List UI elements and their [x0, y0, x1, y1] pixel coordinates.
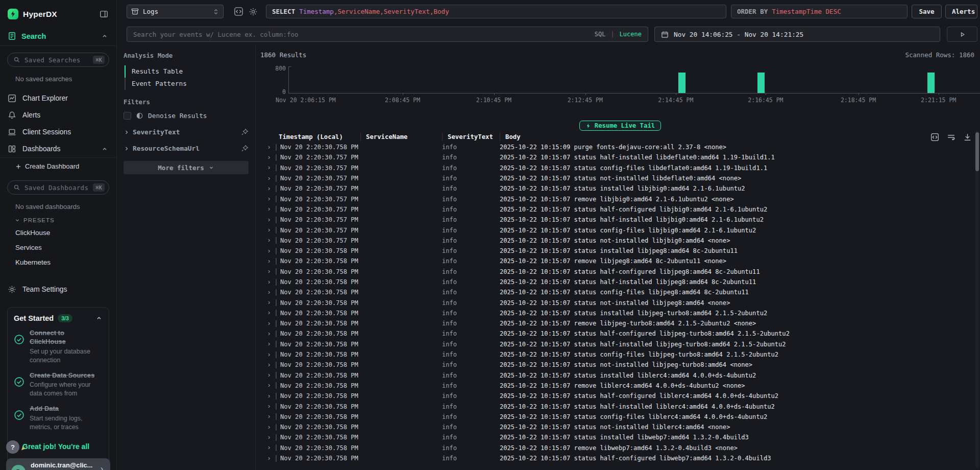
row-expand-icon[interactable]	[266, 281, 270, 284]
row-expand-icon[interactable]	[266, 415, 270, 418]
table-row[interactable]: Nov 20 2:20:30.758 PM info 2025-10-22 10…	[260, 246, 980, 256]
table-row[interactable]: Nov 20 2:20:30.758 PM info 2025-10-22 10…	[260, 463, 980, 465]
more-filters-button[interactable]: More filters	[124, 161, 249, 174]
sidebar-item-search[interactable]: Search	[0, 19, 116, 45]
table-row[interactable]: Nov 20 2:20:30.758 PM info 2025-10-22 10…	[260, 277, 980, 287]
table-row[interactable]: Nov 20 2:20:30.758 PM info 2025-10-22 10…	[260, 267, 980, 277]
row-expand-icon[interactable]	[266, 322, 270, 325]
row-expand-icon[interactable]	[266, 312, 270, 314]
row-expand-icon[interactable]	[266, 229, 270, 231]
table-row[interactable]: Nov 20 2:20:30.757 PM info 2025-10-22 10…	[260, 236, 980, 246]
table-row[interactable]: Nov 20 2:20:30.758 PM info 2025-10-22 10…	[260, 339, 980, 349]
search-input[interactable]	[133, 31, 590, 38]
row-expand-icon[interactable]	[266, 156, 270, 159]
table-row[interactable]: Nov 20 2:20:30.758 PM info 2025-10-22 10…	[260, 142, 980, 152]
sidebar-collapse-button[interactable]	[99, 9, 109, 19]
table-row[interactable]: Nov 20 2:20:30.758 PM info 2025-10-22 10…	[260, 443, 980, 453]
table-row[interactable]: Nov 20 2:20:30.757 PM info 2025-10-22 10…	[260, 194, 980, 204]
get-started-task[interactable]: Connect to ClickHouse Set up your databa…	[14, 329, 103, 365]
wrap-lines-button[interactable]	[946, 132, 957, 143]
order-by-input[interactable]: ORDER BY TimestampTime DESC	[731, 5, 908, 18]
table-row[interactable]: Nov 20 2:20:30.758 PM info 2025-10-22 10…	[260, 256, 980, 266]
row-expand-icon[interactable]	[266, 457, 270, 460]
table-row[interactable]: Nov 20 2:20:30.758 PM info 2025-10-22 10…	[260, 391, 980, 401]
row-expand-icon[interactable]	[266, 219, 270, 221]
table-row[interactable]: Nov 20 2:20:30.758 PM info 2025-10-22 10…	[260, 381, 980, 391]
table-row[interactable]: Nov 20 2:20:30.758 PM info 2025-10-22 10…	[260, 328, 980, 339]
row-expand-icon[interactable]	[266, 187, 270, 190]
row-expand-icon[interactable]	[266, 167, 270, 169]
time-range-picker[interactable]: Nov 20 14:06:25 - Nov 20 14:21:25	[654, 27, 940, 42]
help-button[interactable]: ?	[6, 440, 19, 454]
row-expand-icon[interactable]	[266, 364, 270, 366]
source-settings-button[interactable]	[248, 6, 259, 17]
scrollbar-thumb[interactable]	[975, 132, 979, 171]
row-expand-icon[interactable]	[266, 291, 270, 294]
row-expand-icon[interactable]	[266, 343, 270, 345]
row-expand-icon[interactable]	[266, 405, 270, 408]
row-expand-icon[interactable]	[266, 146, 270, 149]
table-row[interactable]: Nov 20 2:20:30.758 PM info 2025-10-22 10…	[260, 349, 980, 360]
table-row[interactable]: Nov 20 2:20:30.758 PM info 2025-10-22 10…	[260, 370, 980, 381]
sidebar-item-chart-explorer[interactable]: Chart Explorer	[0, 90, 116, 107]
row-expand-icon[interactable]	[266, 447, 270, 449]
presets-toggle[interactable]: PRESETS	[0, 210, 116, 225]
table-row[interactable]: Nov 20 2:20:30.757 PM info 2025-10-22 10…	[260, 152, 980, 162]
sidebar-item-dashboards[interactable]: Dashboards	[0, 140, 116, 157]
sidebar-item-alerts[interactable]: Alerts	[0, 107, 116, 124]
row-expand-icon[interactable]	[266, 198, 270, 200]
sql-mode-button[interactable]	[233, 6, 244, 17]
row-expand-icon[interactable]	[266, 436, 270, 439]
filter-group-severitytext[interactable]: SeverityText	[124, 128, 249, 136]
table-row[interactable]: Nov 20 2:20:30.758 PM info 2025-10-22 10…	[260, 412, 980, 422]
table-row[interactable]: Nov 20 2:20:30.757 PM info 2025-10-22 10…	[260, 225, 980, 235]
row-expand-icon[interactable]	[266, 354, 270, 356]
analysis-mode-option[interactable]: Results Table	[125, 65, 249, 78]
table-row[interactable]: Nov 20 2:20:30.758 PM info 2025-10-22 10…	[260, 401, 980, 411]
create-dashboard-button[interactable]: Create Dashboard	[0, 158, 116, 174]
row-expand-icon[interactable]	[266, 395, 270, 397]
pin-icon[interactable]	[241, 145, 249, 152]
preset-dashboard-link[interactable]: ClickHouse	[0, 225, 116, 240]
row-expand-icon[interactable]	[266, 270, 270, 273]
sql-mode-toggle[interactable]: SQL	[595, 31, 606, 38]
table-row[interactable]: Nov 20 2:20:30.758 PM info 2025-10-22 10…	[260, 308, 980, 318]
table-row[interactable]: Nov 20 2:20:30.757 PM info 2025-10-22 10…	[260, 183, 980, 194]
filter-group-resourceschemaurl[interactable]: ResourceSchemaUrl	[124, 145, 249, 152]
row-expand-icon[interactable]	[266, 239, 270, 242]
denoise-results-toggle[interactable]: Denoise Results	[124, 112, 249, 120]
get-started-task[interactable]: Create Data Sources Configure where your…	[14, 371, 103, 398]
analysis-mode-option[interactable]: Event Patterns	[125, 78, 249, 90]
histogram-bar[interactable]	[927, 73, 935, 93]
table-row[interactable]: Nov 20 2:20:30.758 PM info 2025-10-22 10…	[260, 360, 980, 370]
alerts-button[interactable]: Alerts	[945, 5, 977, 18]
column-header-severitytext[interactable]: SeverityText	[442, 133, 500, 141]
user-account-button[interactable]: D dominic.tran@clic... dominic.tran@clic…	[6, 458, 110, 470]
row-expand-icon[interactable]	[266, 177, 270, 180]
results-histogram[interactable]: 800 0	[260, 65, 980, 104]
lucene-mode-toggle[interactable]: Lucene	[620, 31, 642, 38]
table-row[interactable]: Nov 20 2:20:30.757 PM info 2025-10-22 10…	[260, 215, 980, 225]
row-expand-icon[interactable]	[266, 426, 270, 429]
pin-icon[interactable]	[241, 128, 249, 136]
column-config-button[interactable]	[929, 132, 940, 143]
row-expand-icon[interactable]	[266, 250, 270, 252]
column-header-timestamp[interactable]: Timestamp (Local)	[276, 133, 360, 140]
sidebar-item-client-sessions[interactable]: Client Sessions	[0, 124, 116, 140]
row-expand-icon[interactable]	[266, 333, 270, 335]
save-button[interactable]: Save	[912, 5, 942, 18]
chevron-up-icon[interactable]	[95, 315, 103, 322]
column-header-servicename[interactable]: ServiceName	[360, 133, 442, 141]
table-row[interactable]: Nov 20 2:20:30.757 PM info 2025-10-22 10…	[260, 173, 980, 183]
table-scrollbar[interactable]	[975, 130, 979, 468]
sidebar-item-team-settings[interactable]: Team Settings	[0, 281, 116, 298]
resume-live-tail-button[interactable]: Resume Live Tail	[579, 121, 661, 131]
row-expand-icon[interactable]	[266, 384, 270, 387]
histogram-bar[interactable]	[678, 73, 685, 93]
histogram-bar[interactable]	[757, 73, 765, 93]
row-expand-icon[interactable]	[266, 208, 270, 210]
preset-dashboard-link[interactable]: Kubernetes	[0, 255, 116, 270]
table-row[interactable]: Nov 20 2:20:30.757 PM info 2025-10-22 10…	[260, 204, 980, 215]
source-select[interactable]: Logs	[127, 5, 224, 18]
table-row[interactable]: Nov 20 2:20:30.758 PM info 2025-10-22 10…	[260, 422, 980, 432]
